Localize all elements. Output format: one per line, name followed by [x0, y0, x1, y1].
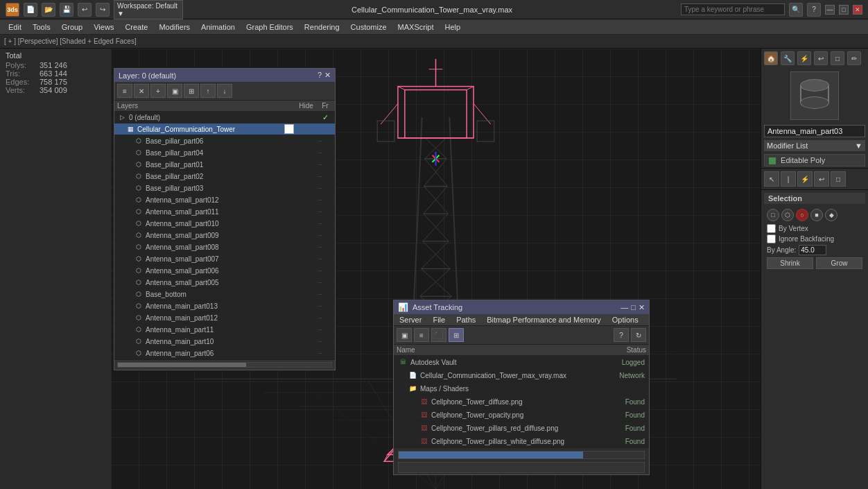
list-item[interactable]: ⬡ Antenna_small_part010 ···	[114, 218, 335, 230]
layer-tb-btn-3[interactable]: ▣	[167, 84, 182, 98]
rp-icon-3[interactable]: ↩	[814, 51, 828, 65]
asset-menu-server[interactable]: Server	[394, 314, 427, 325]
by-angle-input[interactable]	[799, 245, 826, 255]
rp-icon-4[interactable]: □	[831, 51, 844, 65]
rp-icon-0[interactable]: 🏠	[764, 51, 778, 65]
layer-tb-btn-5[interactable]: ↑	[200, 84, 216, 98]
list-item[interactable]: ⬡ Base_pillar_part01 ···	[114, 159, 335, 171]
list-item[interactable]: ⬡ Antenna_small_part007 ···	[114, 253, 335, 265]
list-item[interactable]: 📁 Maps / Shaders	[394, 382, 649, 395]
layer-tb-btn-2[interactable]: +	[150, 84, 166, 98]
mod-tb-wire[interactable]: ⚡	[797, 171, 813, 187]
menu-edit[interactable]: Edit	[3, 22, 27, 33]
asset-maximize[interactable]: □	[631, 303, 636, 312]
menu-modifiers[interactable]: Modifiers	[153, 22, 196, 33]
sel-edge-icon[interactable]: ⬡	[781, 209, 794, 221]
layer-panel-close[interactable]: ✕	[324, 71, 331, 80]
list-item[interactable]: ⬡ Antenna_small_part012 ···	[114, 194, 335, 206]
list-item[interactable]: 🏛 Autodesk Vault Logged	[394, 356, 649, 369]
mod-tb-options[interactable]: □	[831, 171, 846, 187]
asset-tb-btn-2[interactable]: ⬛	[431, 328, 446, 342]
layer-tb-btn-1[interactable]: ✕	[134, 84, 149, 98]
toolbar-save[interactable]: 💾	[60, 3, 73, 17]
asset-menu-options[interactable]: Options	[607, 314, 644, 325]
rp-icon-5[interactable]: ✏	[847, 51, 861, 65]
menu-rendering[interactable]: Rendering	[299, 22, 345, 33]
menu-help[interactable]: Help	[440, 22, 467, 33]
toolbar-open[interactable]: 📂	[42, 3, 55, 17]
sel-element-icon[interactable]: ◆	[825, 209, 837, 221]
sel-poly-icon[interactable]: ■	[810, 209, 823, 221]
layer-list[interactable]: ▷ 0 (default) ✓ ▦ Cellular_Communication…	[114, 112, 335, 359]
asset-menu-paths[interactable]: Paths	[451, 314, 481, 325]
asset-minimize[interactable]: —	[620, 303, 628, 312]
list-item[interactable]: ⬡ Base_pillar_part04 ···	[114, 147, 335, 159]
list-item[interactable]: ⬡ Antenna_small_part006 ···	[114, 265, 335, 277]
layer-tb-btn-6[interactable]: ↓	[217, 84, 232, 98]
ignore-backfacing-checkbox[interactable]	[767, 234, 776, 243]
list-item[interactable]: ⬡ Base_pillar_part06 ···	[114, 135, 335, 147]
layer-panel-help[interactable]: ?	[318, 71, 322, 80]
list-item[interactable]: ⬡ Antenna_main_part06 ···	[114, 348, 335, 359]
list-item[interactable]: ⬡ Base_pillar_part02 ···	[114, 171, 335, 182]
asset-menu-file[interactable]: File	[427, 314, 451, 325]
list-item[interactable]: ⬡ Antenna_small_part005 ···	[114, 277, 335, 289]
rp-icon-1[interactable]: 🔧	[781, 51, 795, 65]
menu-tools[interactable]: Tools	[27, 22, 56, 33]
mod-tb-undo[interactable]: ↩	[814, 171, 829, 187]
list-item[interactable]: 🖼 Cellphone_Tower_opacity.png Found	[394, 409, 649, 422]
list-item[interactable]: ⬡ Antenna_small_part008 ···	[114, 241, 335, 253]
list-item[interactable]: ⬡ Antenna_main_part11 ···	[114, 324, 335, 336]
object-name-input[interactable]	[764, 125, 865, 137]
workspace-dropdown[interactable]: Workspace: Default ▼	[114, 0, 183, 19]
layer-tb-btn-4[interactable]: ⊞	[184, 84, 199, 98]
toolbar-new[interactable]: 📄	[24, 3, 37, 17]
list-item[interactable]: ⬡ Antenna_small_part011 ···	[114, 206, 335, 218]
by-vertex-checkbox[interactable]	[767, 224, 776, 233]
sel-vertex-icon[interactable]: □	[767, 209, 779, 221]
asset-menu-bitmap[interactable]: Bitmap Performance and Memory	[481, 314, 606, 325]
list-item[interactable]: 🖼 Cellphone_Tower_pillars_red_diffuse.pn…	[394, 422, 649, 435]
asset-tb-help[interactable]: ?	[614, 328, 629, 342]
menu-customize[interactable]: Customize	[345, 22, 392, 33]
list-item[interactable]: ⬡ Base_bottom ···	[114, 289, 335, 300]
asset-table[interactable]: 🏛 Autodesk Vault Logged 📄 Cellular_Commu…	[394, 356, 649, 448]
list-item[interactable]: ⬡ Base_pillar_part03 ···	[114, 182, 335, 194]
list-item[interactable]: ⬡ Antenna_main_part10 ···	[114, 336, 335, 348]
menu-create[interactable]: Create	[119, 22, 153, 33]
modifier-editable-poly[interactable]: Editable Poly	[764, 154, 865, 166]
asset-tb-btn-0[interactable]: ▣	[397, 328, 412, 342]
mod-tb-pin[interactable]: ↖	[764, 171, 779, 187]
asset-close[interactable]: ✕	[639, 303, 645, 312]
search-icon[interactable]: 🔍	[789, 3, 803, 17]
menu-group[interactable]: Group	[56, 22, 89, 33]
search-input[interactable]	[681, 3, 785, 15]
close-button[interactable]: ✕	[853, 5, 862, 15]
menu-maxscript[interactable]: MAXScript	[392, 22, 440, 33]
viewport[interactable]: Layer: 0 (default) ? ✕ ≡ ✕ + ▣ ⊞ ↑ ↓ Lay…	[111, 49, 761, 489]
layer-tb-btn-0[interactable]: ≡	[117, 84, 132, 98]
asset-tb-refresh[interactable]: ↻	[631, 328, 646, 342]
app-icon[interactable]: 3ds	[6, 3, 19, 17]
rp-icon-2[interactable]: ⚡	[797, 51, 811, 65]
list-item[interactable]: 🖼 Cellphone_Tower_pillars_white_diffuse.…	[394, 435, 649, 448]
maximize-button[interactable]: □	[839, 5, 849, 15]
list-item[interactable]: 📄 Cellular_Communication_Tower_max_vray.…	[394, 369, 649, 382]
list-item[interactable]: ⬡ Antenna_small_part009 ···	[114, 230, 335, 241]
asset-tb-btn-3[interactable]: ⊞	[449, 328, 464, 342]
list-item[interactable]: ⬡ Antenna_main_part013 ···	[114, 300, 335, 312]
list-item[interactable]: ▷ 0 (default) ✓	[114, 112, 335, 123]
minimize-button[interactable]: —	[825, 5, 835, 15]
toolbar-redo[interactable]: ↪	[96, 3, 110, 17]
layer-scrollbar[interactable]	[117, 362, 332, 368]
help-button[interactable]: ?	[807, 3, 821, 17]
sel-border-icon[interactable]: ○	[796, 209, 808, 221]
modifier-list-label[interactable]: Modifier List ▼	[764, 140, 865, 151]
menu-animation[interactable]: Animation	[196, 22, 241, 33]
list-item[interactable]: ⬡ Antenna_main_part012 ···	[114, 312, 335, 324]
toolbar-undo[interactable]: ↩	[78, 3, 92, 17]
grow-button[interactable]: Grow	[816, 257, 862, 269]
layer-checkbox[interactable]	[284, 124, 294, 134]
menu-views[interactable]: Views	[88, 22, 119, 33]
menu-graph-editors[interactable]: Graph Editors	[241, 22, 299, 33]
